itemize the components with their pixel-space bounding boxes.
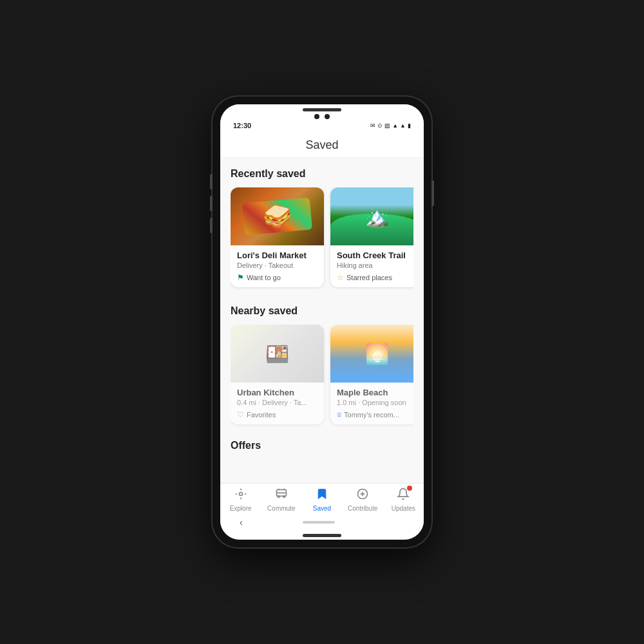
maple-beach-name: Maple Beach xyxy=(337,388,413,397)
south-creek-info: South Creek Trail Hiking area ☆ Starred … xyxy=(330,245,413,287)
loris-deli-image xyxy=(231,187,324,245)
updates-icon xyxy=(397,488,410,504)
south-creek-image xyxy=(330,187,413,245)
flag-icon: ⚑ xyxy=(237,273,244,282)
signal-icon: ▲ xyxy=(400,122,406,129)
camera-row xyxy=(231,114,413,119)
phone-frame: 12:30 ✉ ⊙ ▧ ▲ ▲ ▮ Saved Recently saved xyxy=(213,97,431,547)
commute-icon xyxy=(275,488,288,504)
nav-item-explore[interactable]: Explore xyxy=(225,488,257,512)
power-button xyxy=(431,180,434,206)
loris-deli-card[interactable]: Lori's Deli Market Delivery · Takeout ⚑ … xyxy=(231,187,324,287)
south-creek-tag: ☆ Starred places xyxy=(337,273,413,282)
maple-beach-subtitle: 1.0 mi · Opening soon xyxy=(337,399,413,406)
offers-title: Offers xyxy=(231,440,413,451)
camera-dot-2 xyxy=(325,114,330,119)
phone-screen: 12:30 ✉ ⊙ ▧ ▲ ▲ ▮ Saved Recently saved xyxy=(220,104,424,540)
status-icons: ✉ ⊙ ▧ ▲ ▲ ▮ xyxy=(370,122,411,129)
nav-item-contribute[interactable]: Contribute xyxy=(346,488,379,512)
maple-beach-tag-label: Tommy's recom... xyxy=(344,411,399,419)
contribute-label: Contribute xyxy=(348,505,377,512)
svg-point-0 xyxy=(239,493,242,496)
speaker-bottom xyxy=(303,534,341,537)
page-title: Saved xyxy=(305,138,338,151)
nav-item-commute[interactable]: Commute xyxy=(265,488,298,512)
loris-deli-name: Lori's Deli Market xyxy=(237,251,317,260)
loris-deli-tag-label: Want to go xyxy=(247,274,281,281)
south-creek-name: South Creek Trail xyxy=(337,251,413,260)
urban-kitchen-name: Urban Kitchen xyxy=(237,388,317,397)
updates-label: Updates xyxy=(392,505,415,512)
urban-kitchen-card[interactable]: Urban Kitchen 0.4 mi · Delivery · Ta... … xyxy=(231,325,324,424)
nearby-saved-section: Nearby saved Urban Kitchen 0.4 mi · Deli… xyxy=(220,295,424,432)
maple-beach-image xyxy=(330,325,413,383)
south-creek-tag-label: Starred places xyxy=(346,274,392,281)
urban-kitchen-info: Urban Kitchen 0.4 mi · Delivery · Ta... … xyxy=(231,383,324,424)
urban-kitchen-tag-label: Favorites xyxy=(247,411,276,419)
explore-icon xyxy=(234,488,247,504)
volume-up-button xyxy=(210,174,213,189)
recently-saved-section: Recently saved Lori's Deli Market Delive… xyxy=(220,158,424,295)
recently-saved-cards-row: Lori's Deli Market Delivery · Takeout ⚑ … xyxy=(231,187,413,290)
home-indicator-bar: ‹ xyxy=(220,515,424,531)
saved-icon xyxy=(316,488,328,504)
commute-label: Commute xyxy=(267,505,295,512)
battery-icon: ▮ xyxy=(408,122,411,129)
south-creek-card[interactable]: South Creek Trail Hiking area ☆ Starred … xyxy=(330,187,413,287)
heart-icon: ♡ xyxy=(237,410,244,419)
south-creek-subtitle: Hiking area xyxy=(337,261,413,269)
updates-badge xyxy=(407,486,412,491)
volume-down-button-1 xyxy=(210,196,213,211)
mail-icon: ✉ xyxy=(370,122,375,129)
speaker-top xyxy=(303,108,341,111)
explore-label: Explore xyxy=(230,505,252,512)
home-pill[interactable] xyxy=(303,521,335,524)
loris-deli-tag: ⚑ Want to go xyxy=(237,273,317,282)
maple-beach-info: Maple Beach 1.0 mi · Opening soon ≡ Tomm… xyxy=(330,383,413,424)
urban-kitchen-subtitle: 0.4 mi · Delivery · Ta... xyxy=(237,399,317,406)
app-content: Saved Recently saved Lori's Deli Market … xyxy=(220,131,424,483)
contribute-icon xyxy=(356,488,369,504)
nav-item-saved[interactable]: Saved xyxy=(306,488,338,512)
status-bar: 12:30 ✉ ⊙ ▧ ▲ ▲ ▮ xyxy=(231,120,413,131)
maple-beach-card[interactable]: Maple Beach 1.0 mi · Opening soon ≡ Tomm… xyxy=(330,325,413,424)
urban-kitchen-image xyxy=(231,325,324,383)
svg-point-3 xyxy=(283,496,285,498)
saved-label: Saved xyxy=(313,505,331,512)
nearby-saved-title: Nearby saved xyxy=(231,305,413,317)
loris-deli-subtitle: Delivery · Takeout xyxy=(237,261,317,269)
app-header: Saved xyxy=(220,131,424,158)
status-bar-area: 12:30 ✉ ⊙ ▧ ▲ ▲ ▮ xyxy=(220,104,424,131)
offers-section: Offers xyxy=(220,432,424,454)
recently-saved-title: Recently saved xyxy=(231,168,413,180)
nav-item-updates[interactable]: Updates xyxy=(387,488,419,512)
vibrate-icon: ▧ xyxy=(384,122,390,129)
star-icon: ☆ xyxy=(337,273,344,282)
nearby-saved-cards-row: Urban Kitchen 0.4 mi · Delivery · Ta... … xyxy=(231,325,413,427)
wifi-icon: ▲ xyxy=(392,122,398,129)
urban-kitchen-tag: ♡ Favorites xyxy=(237,410,317,419)
list-icon: ≡ xyxy=(337,410,341,419)
camera-dot-1 xyxy=(314,114,319,119)
svg-point-2 xyxy=(278,496,279,498)
volume-down-button-2 xyxy=(210,218,213,233)
maple-beach-tag: ≡ Tommy's recom... xyxy=(337,410,413,419)
status-time: 12:30 xyxy=(233,122,251,129)
loris-deli-info: Lori's Deli Market Delivery · Takeout ⚑ … xyxy=(231,245,324,287)
bottom-nav: Explore Commute Saved xyxy=(220,483,424,515)
location-icon: ⊙ xyxy=(377,122,383,129)
back-button[interactable]: ‹ xyxy=(240,517,243,527)
